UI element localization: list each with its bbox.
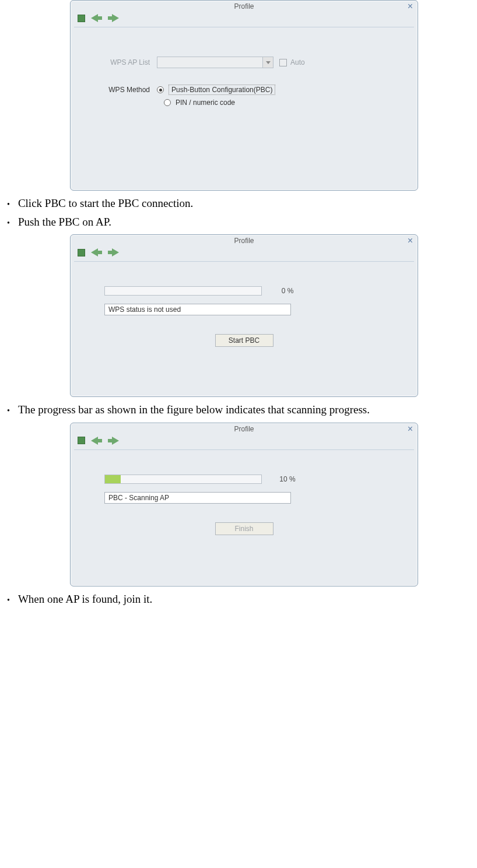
progress-bar xyxy=(104,286,262,296)
radio-pin[interactable] xyxy=(164,99,171,106)
list-item: Push the PBC on AP. xyxy=(5,214,477,230)
list-text: The progress bar as shown in the figure … xyxy=(18,402,370,418)
profile-dialog-3: Profile × 10 % PBC - Scanning AP Finish xyxy=(70,423,418,586)
start-pbc-button[interactable]: Start PBC xyxy=(215,334,273,347)
dialog-toolbar xyxy=(71,246,418,261)
dialog-titlebar: Profile × xyxy=(71,1,418,12)
list-text: Click PBC to start the PBC connection. xyxy=(18,195,193,212)
back-icon[interactable] xyxy=(91,14,102,22)
back-icon[interactable] xyxy=(91,437,102,445)
finish-button[interactable]: Finish xyxy=(215,522,273,535)
wps-ap-list-row: WPS AP List Auto xyxy=(81,57,407,68)
list-item: When one AP is found, join it. xyxy=(5,591,477,607)
progress-fill xyxy=(105,475,121,483)
dialog-titlebar: Profile × xyxy=(71,235,418,246)
progress-percent: 0 % xyxy=(270,287,305,295)
instruction-list-2: The progress bar as shown in the figure … xyxy=(5,402,477,418)
progress-row: 0 % xyxy=(81,286,407,296)
close-icon[interactable]: × xyxy=(408,2,413,11)
dialog-body: 10 % PBC - Scanning AP Finish xyxy=(74,449,414,554)
instruction-list-1: Click PBC to start the PBC connection. P… xyxy=(5,195,477,230)
dialog-titlebar: Profile × xyxy=(71,423,418,434)
stop-icon[interactable] xyxy=(78,437,85,444)
wps-ap-list-label: WPS AP List xyxy=(81,58,157,66)
auto-checkbox[interactable] xyxy=(279,59,287,66)
option-pbc-label: Push-Button Configuration(PBC) xyxy=(169,85,275,95)
stop-icon[interactable] xyxy=(78,249,85,256)
dialog-title: Profile xyxy=(234,237,254,245)
auto-label: Auto xyxy=(290,58,305,66)
status-text: PBC - Scanning AP xyxy=(104,492,291,504)
status-text: WPS status is not used xyxy=(104,304,291,315)
wps-method-pin-row: PIN / numeric code xyxy=(164,99,407,107)
progress-percent: 10 % xyxy=(270,475,305,483)
dialog-toolbar xyxy=(71,434,418,449)
wps-ap-list-combo[interactable] xyxy=(157,57,273,68)
list-item: The progress bar as shown in the figure … xyxy=(5,402,477,418)
wps-method-row: WPS Method Push-Button Configuration(PBC… xyxy=(81,85,407,95)
profile-dialog-2: Profile × 0 % WPS status is not used Sta… xyxy=(70,234,418,397)
close-icon[interactable]: × xyxy=(408,424,413,434)
list-text: Push the PBC on AP. xyxy=(18,214,111,230)
forward-icon[interactable] xyxy=(108,248,119,256)
option-pin-label: PIN / numeric code xyxy=(176,99,235,107)
stop-icon[interactable] xyxy=(78,15,85,22)
forward-icon[interactable] xyxy=(108,437,119,445)
dialog-title: Profile xyxy=(234,425,254,433)
chevron-down-icon[interactable] xyxy=(262,57,273,68)
dialog-body: WPS AP List Auto WPS Method Push-Button … xyxy=(74,27,414,132)
progress-bar xyxy=(104,475,262,484)
close-icon[interactable]: × xyxy=(408,236,413,245)
wps-method-label: WPS Method xyxy=(81,86,157,94)
progress-row: 10 % xyxy=(81,475,407,484)
forward-icon[interactable] xyxy=(108,14,119,22)
list-item: Click PBC to start the PBC connection. xyxy=(5,195,477,212)
dialog-title: Profile xyxy=(234,2,254,10)
profile-dialog-1: Profile × WPS AP List Auto WPS Method Pu… xyxy=(70,0,418,191)
list-text: When one AP is found, join it. xyxy=(18,591,152,607)
dialog-body: 0 % WPS status is not used Start PBC xyxy=(74,261,414,366)
dialog-toolbar xyxy=(71,12,418,27)
instruction-list-3: When one AP is found, join it. xyxy=(5,591,477,607)
back-icon[interactable] xyxy=(91,248,102,256)
radio-pbc[interactable] xyxy=(157,86,164,93)
